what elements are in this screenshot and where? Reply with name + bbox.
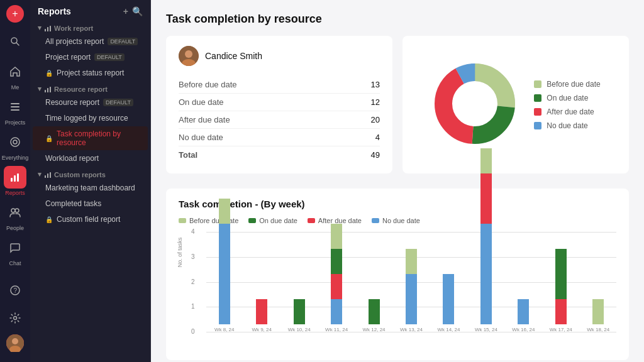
bar-label-1: Wk 9, 24 <box>252 327 272 332</box>
everything-icon-btn[interactable] <box>4 131 26 153</box>
chart-title: Task completion - (By week) <box>179 199 616 209</box>
legend-no: No due date <box>534 121 600 130</box>
stat-label-before: Before due date <box>179 80 237 89</box>
main-content: Task completion by resource Candice Smit… <box>151 0 644 362</box>
sidebar-section-resource-report: ▾ Resource report <box>30 81 150 94</box>
bar-segment-on-9 <box>555 249 567 299</box>
svg-rect-21 <box>45 90 46 92</box>
stacked-bar-8 <box>518 299 529 324</box>
home-icon-btn[interactable] <box>4 60 26 83</box>
bar-segment-no-3 <box>331 299 342 324</box>
chart-legend-label-on: On due date <box>259 217 297 224</box>
stacked-bar-3 <box>331 224 342 324</box>
resource-report-item-label: Resource report <box>45 98 99 107</box>
sidebar-item-custom-field[interactable]: 🔒 Custom field report <box>33 212 148 227</box>
sidebar: Reports + 🔍 ▾ Work report All projects r… <box>30 0 151 362</box>
projects-icon-btn[interactable] <box>4 96 26 118</box>
bar-segment-on-2 <box>294 299 305 324</box>
help-icon-btn[interactable]: ? <box>4 279 26 302</box>
bar-segment-no-6 <box>443 274 454 324</box>
bar-label-9: Wk 17, 24 <box>550 327 572 332</box>
svg-point-10 <box>11 209 15 212</box>
svg-rect-22 <box>47 88 48 92</box>
lock-icon-3: 🔒 <box>45 216 53 223</box>
sidebar-search-icon[interactable]: 🔍 <box>132 6 143 16</box>
bar-label-4: Wk 12, 24 <box>363 327 386 332</box>
task-completion-label: Task completion by resource <box>57 129 140 147</box>
sidebar-section-custom-reports: ▾ Custom reports <box>30 167 150 180</box>
svg-line-1 <box>16 43 19 45</box>
chat-icon-btn[interactable] <box>4 236 26 259</box>
svg-point-35 <box>453 82 497 126</box>
stat-value-no: 4 <box>375 133 380 142</box>
page-title: Task completion by resource <box>166 13 629 26</box>
bar-group-1: Wk 9, 24 <box>243 299 279 332</box>
bar-segment-before-5 <box>406 249 417 274</box>
search-icon-btn[interactable] <box>4 30 26 53</box>
stat-value-after: 20 <box>371 115 380 124</box>
resource-report-label: Resource report <box>54 85 108 93</box>
sidebar-item-project-report[interactable]: Project report DEFAULT <box>33 50 148 65</box>
chevron-icon-2: ▾ <box>38 85 42 93</box>
svg-rect-24 <box>45 175 46 178</box>
legend-label-after: After due date <box>547 107 594 116</box>
add-button[interactable]: + <box>6 5 24 23</box>
reports-icon-btn[interactable] <box>4 166 26 189</box>
bar-group-4: Wk 12, 24 <box>356 299 392 332</box>
sidebar-item-time-logged[interactable]: Time logged by resource <box>33 111 148 126</box>
bar-group-6: Wk 14, 24 <box>431 274 467 332</box>
settings-icon-btn[interactable] <box>4 307 26 329</box>
sidebar-title: Reports <box>38 6 71 16</box>
y-label-2: 2 <box>191 278 195 285</box>
svg-point-14 <box>14 317 17 320</box>
stat-row-after: After due date 20 <box>179 111 380 129</box>
legend-label-before: Before due date <box>547 80 600 89</box>
sidebar-item-workload[interactable]: Workload report <box>33 151 148 166</box>
sidebar-add-icon[interactable]: + <box>123 6 128 16</box>
chart-legend: Before due date On due date After due da… <box>179 217 616 224</box>
bar-label-6: Wk 14, 24 <box>437 327 460 332</box>
bar-segment-after-1 <box>256 299 267 324</box>
svg-rect-25 <box>47 173 48 178</box>
svg-rect-18 <box>45 29 46 31</box>
sidebar-item-project-status[interactable]: 🔒 Project status report <box>33 65 148 80</box>
stat-value-total: 49 <box>371 150 380 160</box>
bar-segment-no-0 <box>219 224 230 324</box>
stat-row-no: No due date 4 <box>179 129 380 146</box>
chat-label: Chat <box>9 260 21 266</box>
sidebar-item-task-completion[interactable]: 🔒 Task completion by resource <box>33 126 148 150</box>
svg-rect-26 <box>50 172 51 178</box>
legend-before: Before due date <box>534 80 600 89</box>
bar-group-10: Wk 18, 24 <box>580 299 616 332</box>
donut-chart <box>431 60 519 150</box>
svg-rect-9 <box>17 173 19 182</box>
bar-segment-no-7 <box>480 224 492 324</box>
stacked-bar-9 <box>555 249 567 324</box>
people-icon-btn[interactable] <box>4 201 26 224</box>
legend-dot-after <box>534 108 541 116</box>
sidebar-item-resource-report[interactable]: Resource report DEFAULT <box>33 95 148 110</box>
sidebar-item-completed-tasks[interactable]: Completed tasks <box>33 196 148 211</box>
stacked-bar-5 <box>406 249 417 324</box>
bar-segment-after-3 <box>331 274 342 299</box>
stacked-bar-4 <box>369 299 380 324</box>
bar-group-9: Wk 17, 24 <box>543 249 579 332</box>
svg-text:?: ? <box>14 287 18 294</box>
svg-point-16 <box>12 338 18 344</box>
stat-value-on: 12 <box>371 97 380 107</box>
stacked-bar-10 <box>592 299 604 324</box>
marketing-label: Marketing team dashboard <box>45 184 135 192</box>
svg-point-6 <box>13 140 17 144</box>
chart-legend-dot-on <box>248 218 256 223</box>
user-avatar-icon[interactable] <box>6 334 24 352</box>
lock-icon-2: 🔒 <box>45 135 53 142</box>
y-label-1: 1 <box>191 303 195 310</box>
stacked-bar-7 <box>480 148 492 324</box>
sidebar-item-all-projects[interactable]: All projects report DEFAULT <box>33 34 148 49</box>
bar-label-2: Wk 10, 24 <box>288 327 311 332</box>
bar-label-3: Wk 11, 24 <box>325 327 348 332</box>
bars-wrapper: Wk 8, 24Wk 9, 24Wk 10, 24Wk 11, 24Wk 12,… <box>206 232 616 332</box>
sidebar-item-marketing[interactable]: Marketing team dashboard <box>33 180 148 195</box>
svg-rect-3 <box>11 106 19 107</box>
bar-segment-after-7 <box>480 173 492 224</box>
